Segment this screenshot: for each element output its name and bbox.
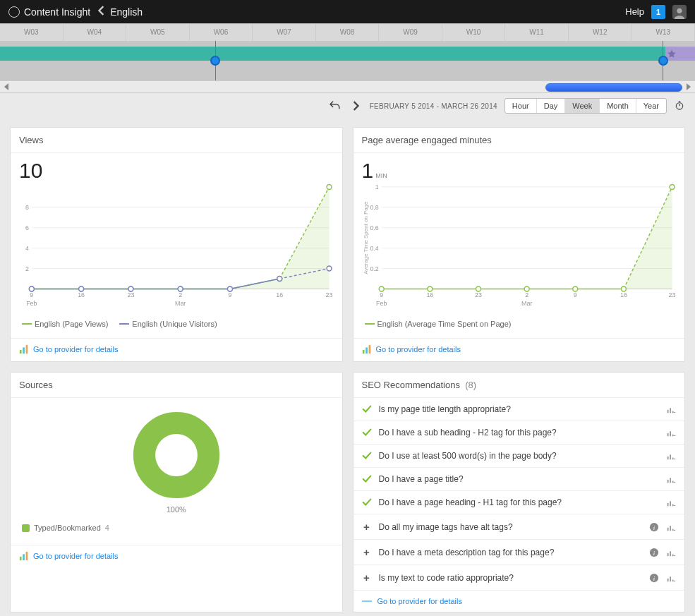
seo-text: Do I have a sub heading - H2 tag for thi… xyxy=(379,428,557,437)
bars-icon[interactable] xyxy=(666,474,676,484)
seo-title-text: SEO Recommendations xyxy=(362,380,460,390)
help-link[interactable]: Help xyxy=(625,6,644,17)
svg-rect-97 xyxy=(672,505,674,507)
notification-badge[interactable]: 1 xyxy=(651,5,665,19)
views-chart: 246891623291623FebMar xyxy=(19,181,334,314)
svg-rect-95 xyxy=(667,503,669,506)
scroll-thumb[interactable] xyxy=(545,83,682,92)
svg-point-88 xyxy=(674,459,675,459)
svg-text:Average Time Spent on Page: Average Time Spent on Page xyxy=(362,201,368,274)
svg-rect-96 xyxy=(670,501,671,506)
svg-text:4: 4 xyxy=(25,245,29,252)
toolbar: FEBRUARY 5 2014 - MARCH 26 2014 Hour Day… xyxy=(0,93,695,119)
range-handle-left[interactable] xyxy=(210,56,220,66)
bars-icon[interactable] xyxy=(666,548,676,557)
sources-donut xyxy=(131,409,222,501)
seo-row[interactable]: Is my page title length appropriate? xyxy=(353,398,685,421)
svg-point-84 xyxy=(675,435,675,436)
range-handle-right[interactable] xyxy=(658,56,668,66)
plus-icon: + xyxy=(362,546,372,558)
svg-point-66 xyxy=(621,286,626,291)
svg-rect-102 xyxy=(667,527,669,530)
seo-text: Do I have a page heading - H1 tag for th… xyxy=(379,497,562,507)
seg-day[interactable]: Day xyxy=(537,99,566,113)
week-label: W05 xyxy=(126,24,190,41)
svg-text:8: 8 xyxy=(25,204,29,211)
bars-icon[interactable] xyxy=(666,451,676,461)
seg-year[interactable]: Year xyxy=(636,99,666,113)
card-views-title: Views xyxy=(11,128,342,153)
plus-icon: + xyxy=(362,572,372,584)
seo-row[interactable]: +Do I have a meta description tag for th… xyxy=(353,539,685,564)
svg-point-27 xyxy=(327,184,332,189)
seo-row[interactable]: Do I use at least 500 word(s) in the pag… xyxy=(353,444,685,467)
legend-count: 4 xyxy=(105,524,109,532)
svg-point-78 xyxy=(674,412,675,413)
svg-rect-73 xyxy=(23,554,25,560)
svg-text:23: 23 xyxy=(475,291,482,298)
seg-week[interactable]: Week xyxy=(565,99,600,113)
seo-row[interactable]: +Do all my image tags have alt tags?i xyxy=(353,514,685,539)
plus-icon: + xyxy=(362,521,372,533)
seo-text: Do I have a meta description tag for thi… xyxy=(379,548,555,557)
timeline-scrollbar[interactable] xyxy=(0,80,695,93)
week-label: W08 xyxy=(316,24,380,41)
seo-provider-link[interactable]: Go to provider for details xyxy=(377,597,462,605)
card-seo: SEO Recommendations (8) Is my page title… xyxy=(353,372,686,612)
undo-button[interactable] xyxy=(327,99,342,113)
views-provider-link[interactable]: Go to provider for details xyxy=(33,345,118,354)
seg-hour[interactable]: Hour xyxy=(505,99,537,113)
bars-icon[interactable] xyxy=(666,428,676,437)
svg-rect-86 xyxy=(670,454,671,459)
svg-text:23: 23 xyxy=(127,291,134,298)
timeline-future-bar xyxy=(665,47,695,61)
svg-point-33 xyxy=(228,286,233,291)
svg-rect-76 xyxy=(670,408,671,413)
svg-text:9: 9 xyxy=(380,291,383,298)
svg-rect-104 xyxy=(672,529,674,531)
svg-point-67 xyxy=(670,184,675,189)
seg-month[interactable]: Month xyxy=(600,99,636,113)
svg-rect-68 xyxy=(362,350,364,354)
scroll-left-icon[interactable] xyxy=(4,83,8,90)
week-label: W10 xyxy=(442,24,506,41)
chart-icon xyxy=(19,344,29,354)
seo-row[interactable]: Do I have a sub heading - H2 tag for thi… xyxy=(353,421,685,444)
svg-rect-38 xyxy=(26,345,28,354)
timeline-track[interactable] xyxy=(0,41,695,80)
bars-icon[interactable] xyxy=(666,522,676,532)
granularity-segmented: Hour Day Week Month Year xyxy=(504,98,667,114)
bars-icon[interactable] xyxy=(666,404,676,414)
app-header: Content Insight English Help 1 xyxy=(0,0,695,23)
svg-text:Mar: Mar xyxy=(175,300,186,307)
timeline-weeks: W03W04W05W06W07W08W09W10W11W12W13 xyxy=(0,24,695,41)
chart-icon xyxy=(362,344,372,354)
bars-icon[interactable] xyxy=(666,573,676,583)
sources-provider-link[interactable]: Go to provider for details xyxy=(33,552,118,560)
seo-text: Is my page title length appropriate? xyxy=(379,404,511,414)
svg-rect-87 xyxy=(672,458,674,460)
timer-icon[interactable] xyxy=(674,99,685,113)
seo-row[interactable]: Do I have a page title? xyxy=(353,467,685,490)
engaged-provider-link[interactable]: Go to provider for details xyxy=(376,345,461,354)
legend-item: English (Page Views) xyxy=(22,320,108,328)
svg-text:9: 9 xyxy=(573,291,576,298)
avatar[interactable] xyxy=(672,5,687,19)
seo-row[interactable]: +Is my text to code ratio appropriate?i xyxy=(353,564,685,590)
week-label: W12 xyxy=(569,24,632,41)
back-icon[interactable] xyxy=(97,6,106,18)
week-label: W13 xyxy=(631,24,695,41)
svg-rect-77 xyxy=(672,411,674,413)
svg-point-35 xyxy=(327,266,332,271)
scroll-right-icon[interactable] xyxy=(687,83,691,90)
chart-icon xyxy=(19,551,29,561)
week-label: W07 xyxy=(253,24,316,41)
svg-text:Feb: Feb xyxy=(376,300,387,307)
svg-text:1: 1 xyxy=(375,183,378,191)
svg-text:16: 16 xyxy=(426,291,433,298)
donut-center-label: 100% xyxy=(167,505,186,514)
seo-row[interactable]: Do I have a page heading - H1 tag for th… xyxy=(353,490,685,514)
next-button[interactable] xyxy=(349,99,363,113)
bars-icon[interactable] xyxy=(666,497,676,507)
svg-text:9: 9 xyxy=(229,291,232,298)
